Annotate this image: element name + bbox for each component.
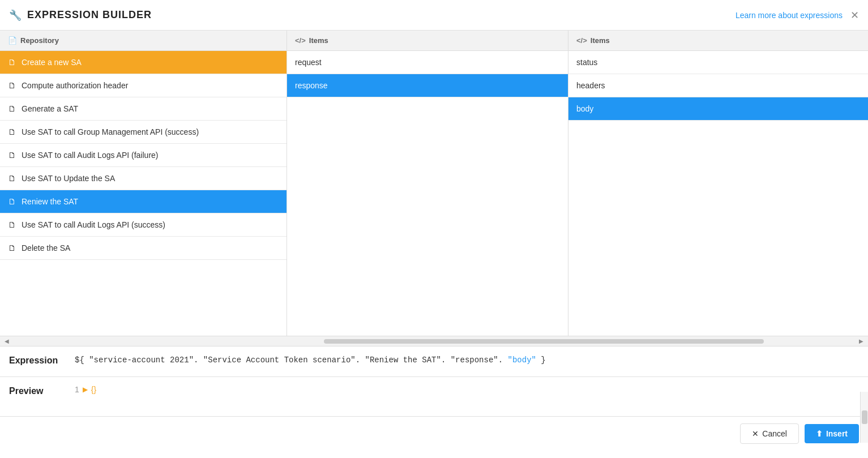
preview-scrollbar-thumb[interactable]: [862, 410, 867, 424]
insert-label: Insert: [826, 429, 848, 438]
items1-column-header: </> Items: [287, 31, 568, 51]
scrollbar-track: [11, 339, 857, 344]
list-item-icon-generate-sat: 🗋: [8, 104, 16, 113]
list-item-label-create-sa: Create a new SA: [22, 58, 82, 67]
repository-list: 🗋Create a new SA🗋Compute authorization h…: [0, 51, 287, 336]
list-item-icon-create-sa: 🗋: [8, 58, 16, 67]
repository-column-header: 📄 Repository: [0, 31, 287, 51]
repository-column: 📄 Repository 🗋Create a new SA🗋Compute au…: [0, 31, 287, 336]
items1-list: requestresponse: [287, 51, 568, 336]
horizontal-scrollbar-row: ◀ ▶: [0, 336, 868, 346]
preview-scrollbar: [860, 392, 868, 443]
scroll-right-icon[interactable]: ▶: [857, 338, 866, 344]
list-item-status[interactable]: status: [568, 51, 868, 74]
list-item-renew-sat[interactable]: 🗋Reniew the SAT: [0, 190, 287, 213]
list-item-label-use-sat-update: Use SAT to Update the SA: [22, 174, 115, 183]
preview-content: 1 ▶ {}: [75, 385, 96, 394]
list-item-label-delete-sa: Delete the SA: [22, 243, 70, 252]
list-item-body[interactable]: body: [568, 97, 868, 121]
items2-column-header: </> Items: [568, 31, 868, 51]
list-item-icon-delete-sa: 🗋: [8, 243, 16, 252]
list-item-icon-use-sat-update: 🗋: [8, 174, 16, 183]
header-left: 🔧 EXPRESSION BUILDER: [9, 9, 152, 22]
list-item-icon-use-sat-audit-success: 🗋: [8, 220, 16, 229]
cancel-icon: ✕: [752, 429, 759, 438]
list-item-icon-use-sat-audit-fail: 🗋: [8, 151, 16, 160]
scrollbar-thumb[interactable]: [324, 339, 763, 344]
list-item-label-generate-sat: Generate a SAT: [22, 104, 78, 113]
header-right: Learn more about expressions ✕: [736, 9, 859, 22]
columns-area: 📄 Repository 🗋Create a new SA🗋Compute au…: [0, 31, 868, 336]
list-item-create-sa[interactable]: 🗋Create a new SA: [0, 51, 287, 74]
list-item-label-compute-auth: Compute authorization header: [22, 81, 128, 90]
scroll-left-icon[interactable]: ◀: [2, 338, 11, 344]
list-item-use-sat-group[interactable]: 🗋Use SAT to call Group Management API (s…: [0, 121, 287, 144]
close-button[interactable]: ✕: [850, 9, 859, 22]
preview-brace-icon: {}: [91, 385, 96, 394]
expression-label: Expression: [9, 354, 66, 366]
insert-button[interactable]: ⬆ Insert: [805, 424, 859, 443]
list-item-use-sat-update[interactable]: 🗋Use SAT to Update the SA: [0, 167, 287, 190]
footer: ✕ Cancel ⬆ Insert: [0, 417, 868, 451]
list-item-label-use-sat-audit-success: Use SAT to call Audit Logs API (success): [22, 220, 165, 229]
expression-suffix: }: [536, 356, 546, 365]
items1-header-label: Items: [309, 36, 328, 45]
list-item-label-renew-sat: Reniew the SAT: [22, 197, 78, 206]
expression-highlight: "body": [508, 356, 536, 365]
list-item-request[interactable]: request: [287, 51, 568, 74]
list-item-label-request: request: [295, 58, 322, 67]
repository-header-icon: 📄: [8, 36, 17, 45]
list-item-response[interactable]: response: [287, 74, 568, 97]
list-item-label-use-sat-audit-fail: Use SAT to call Audit Logs API (failure): [22, 151, 159, 160]
list-item-label-headers: headers: [576, 81, 605, 90]
list-item-icon-renew-sat: 🗋: [8, 197, 16, 206]
items2-column: </> Items statusheadersbody: [568, 31, 868, 336]
preview-label: Preview: [9, 385, 66, 396]
preview-line-number: 1: [75, 385, 79, 394]
list-item-icon-compute-auth: 🗋: [8, 81, 16, 90]
list-item-label-status: status: [576, 58, 597, 67]
list-item-label-body: body: [576, 104, 593, 113]
repository-header-label: Repository: [20, 36, 59, 45]
list-item-icon-use-sat-group: 🗋: [8, 127, 16, 136]
app-title: EXPRESSION BUILDER: [27, 9, 152, 21]
preview-arrow-icon: ▶: [83, 386, 88, 393]
items2-header-label: Items: [591, 36, 610, 45]
cancel-button[interactable]: ✕ Cancel: [740, 423, 799, 444]
preview-area: Preview 1 ▶ {}: [0, 377, 868, 417]
list-item-headers[interactable]: headers: [568, 74, 868, 97]
list-item-label-use-sat-group: Use SAT to call Group Management API (su…: [22, 127, 199, 136]
learn-more-link[interactable]: Learn more about expressions: [736, 11, 843, 20]
wrench-icon: 🔧: [9, 9, 22, 22]
items1-header-icon: </>: [295, 36, 306, 45]
list-item-use-sat-audit-success[interactable]: 🗋Use SAT to call Audit Logs API (success…: [0, 213, 287, 237]
items2-list: statusheadersbody: [568, 51, 868, 336]
expression-value: ${ "service-account 2021". "Service Acco…: [75, 354, 546, 366]
list-item-use-sat-audit-fail[interactable]: 🗋Use SAT to call Audit Logs API (failure…: [0, 144, 287, 167]
items2-header-icon: </>: [576, 36, 587, 45]
cancel-label: Cancel: [762, 429, 787, 438]
list-item-label-response: response: [295, 81, 328, 90]
expression-area: Expression ${ "service-account 2021". "S…: [0, 346, 868, 377]
items1-column: </> Items requestresponse: [287, 31, 568, 336]
expression-prefix: ${ "service-account 2021". "Service Acco…: [75, 356, 508, 365]
list-item-compute-auth[interactable]: 🗋Compute authorization header: [0, 74, 287, 97]
insert-icon: ⬆: [816, 429, 823, 438]
list-item-delete-sa[interactable]: 🗋Delete the SA: [0, 237, 287, 260]
header: 🔧 EXPRESSION BUILDER Learn more about ex…: [0, 0, 868, 31]
list-item-generate-sat[interactable]: 🗋Generate a SAT: [0, 97, 287, 121]
